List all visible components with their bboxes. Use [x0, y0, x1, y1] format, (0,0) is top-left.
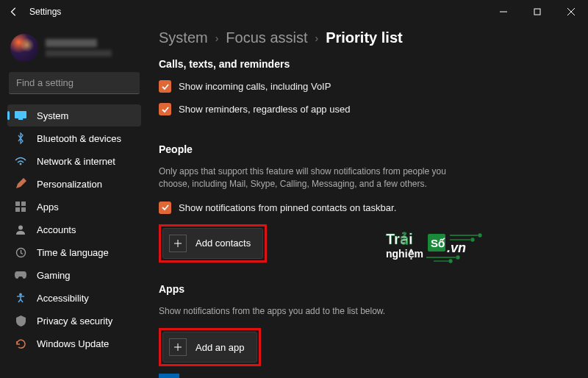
svg-point-13	[18, 226, 23, 230]
system-icon	[15, 110, 26, 121]
network-icon	[15, 155, 26, 167]
chevron-right-icon: ›	[315, 32, 319, 44]
breadcrumb-focus-assist[interactable]: Focus assist	[226, 29, 307, 46]
checkbox-incoming-calls[interactable]	[159, 80, 171, 93]
sidebar-item-time[interactable]: Time & language	[7, 241, 141, 263]
sidebar-item-gaming[interactable]: Gaming	[7, 264, 141, 286]
svg-rect-10	[21, 202, 26, 206]
update-icon	[15, 338, 26, 349]
svg-rect-9	[15, 202, 20, 206]
label-incoming-calls: Show incoming calls, including VoIP	[179, 81, 331, 92]
breadcrumb-system[interactable]: System	[159, 29, 208, 46]
profile-name	[46, 39, 97, 47]
section-people-desc: Only apps that support this feature will…	[159, 165, 460, 191]
breadcrumb-current: Priority list	[326, 29, 402, 46]
apps-icon	[15, 201, 26, 213]
svg-rect-12	[21, 207, 26, 212]
back-button[interactable]	[9, 7, 19, 17]
sidebar-item-apps[interactable]: Apps	[7, 196, 141, 218]
label-reminders: Show reminders, regardless of app used	[179, 104, 350, 115]
checkbox-pinned-contacts[interactable]	[159, 202, 171, 214]
sidebar-item-accessibility[interactable]: Accessibility	[7, 287, 141, 309]
section-calls-title: Calls, texts, and reminders	[159, 58, 570, 70]
section-apps-desc: Show notifications from the apps you add…	[159, 305, 460, 318]
add-contacts-button[interactable]: Add contacts	[162, 228, 263, 259]
privacy-icon	[15, 315, 26, 327]
section-apps-title: Apps	[159, 283, 570, 295]
titlebar: Settings	[0, 0, 588, 24]
sidebar-item-system[interactable]: System	[7, 104, 141, 126]
bluetooth-icon	[15, 132, 26, 144]
accounts-icon	[15, 224, 26, 235]
close-button[interactable]	[554, 0, 588, 24]
sidebar-item-privacy[interactable]: Privacy & security	[7, 310, 141, 332]
breadcrumb: System › Focus assist › Priority list	[159, 29, 570, 46]
maximize-button[interactable]	[520, 0, 554, 24]
svg-rect-11	[15, 207, 20, 212]
svg-point-15	[19, 293, 22, 296]
label-pinned-contacts: Show notifications from pinned contacts …	[179, 202, 396, 213]
sidebar-item-bluetooth[interactable]: Bluetooth & devices	[7, 127, 141, 149]
profile-email	[46, 50, 112, 57]
chevron-right-icon: ›	[215, 32, 219, 44]
content-area: System › Focus assist › Priority list Ca…	[146, 24, 588, 378]
search-input[interactable]	[9, 72, 140, 94]
section-people-title: People	[159, 143, 570, 155]
gaming-icon	[15, 269, 26, 281]
plus-icon	[169, 338, 187, 356]
app-list-item[interactable]: Clock	[159, 369, 570, 378]
minimize-button[interactable]	[487, 0, 520, 24]
avatar	[10, 34, 38, 62]
plus-icon	[169, 235, 187, 252]
clock-app-icon	[159, 374, 179, 378]
highlight-add-contacts: Add contacts	[159, 224, 267, 263]
window-title: Settings	[29, 7, 61, 17]
personalization-icon	[15, 178, 26, 190]
svg-point-8	[20, 163, 22, 165]
highlight-add-app: Add an app	[159, 328, 261, 366]
sidebar-item-network[interactable]: Network & internet	[7, 150, 141, 172]
sidebar-item-accounts[interactable]: Accounts	[7, 218, 141, 240]
time-icon	[15, 246, 26, 258]
checkbox-reminders[interactable]	[159, 103, 171, 115]
sidebar: System Bluetooth & devices Network & int…	[0, 24, 146, 378]
accessibility-icon	[15, 292, 26, 304]
sidebar-item-update[interactable]: Windows Update	[7, 332, 141, 354]
svg-rect-1	[534, 9, 540, 15]
sidebar-item-personalization[interactable]: Personalization	[7, 173, 141, 195]
svg-rect-7	[18, 118, 23, 120]
add-app-button[interactable]: Add an app	[162, 332, 257, 363]
user-profile[interactable]	[7, 29, 141, 72]
svg-rect-6	[15, 111, 26, 118]
